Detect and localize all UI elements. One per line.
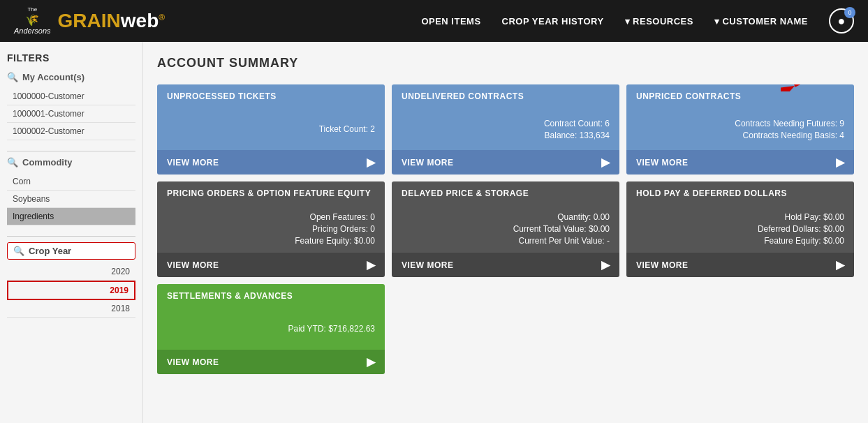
unpriced-contracts-card: UNPRICED CONTRACTS Contracts Needing Fut… bbox=[626, 84, 854, 175]
crop-year-label: Crop Year bbox=[29, 246, 71, 256]
sidebar-title: FILTERS bbox=[7, 52, 135, 64]
red-arrow-2019 bbox=[0, 281, 8, 302]
futures-count: Contracts Needing Futures: 9 bbox=[735, 119, 844, 128]
hold-pay-stat: Hold Pay: $0.00 bbox=[785, 212, 844, 222]
crop-year-input[interactable]: 🔍 Crop Year bbox=[7, 242, 135, 260]
play-icon-settlements: ▶ bbox=[367, 355, 376, 369]
play-icon-holdpay: ▶ bbox=[836, 258, 845, 272]
hold-pay-body: Hold Pay: $0.00 Deferred Dollars: $0.00 … bbox=[626, 205, 854, 253]
my-accounts-label: 🔍 My Account(s) bbox=[7, 72, 135, 82]
andersons-label: Andersons bbox=[14, 27, 51, 36]
user-icon[interactable]: ● 0 bbox=[829, 8, 854, 34]
account-1000001[interactable]: 1000001-Customer bbox=[7, 105, 135, 123]
pricing-orders-footer[interactable]: VIEW MORE ▶ bbox=[157, 253, 385, 277]
balance: Balance: 133,634 bbox=[545, 131, 610, 140]
customer-name-nav[interactable]: ▾ CUSTOMER NAME bbox=[714, 16, 808, 27]
commodity-corn[interactable]: Corn bbox=[7, 173, 135, 191]
open-items-nav[interactable]: OPEN ITEMS bbox=[421, 16, 480, 27]
andersons-logo: The 🌾 Andersons bbox=[14, 6, 51, 36]
red-arrow-crop-year bbox=[0, 242, 7, 270]
contract-count: Contract Count: 6 bbox=[544, 119, 610, 128]
hold-feature-equity: Feature Equity: $0.00 bbox=[764, 236, 844, 246]
sidebar: FILTERS 🔍 My Account(s) 1000000-Customer… bbox=[0, 42, 143, 423]
cards-grid: UNPROCESSED TICKETS Ticket Count: 2 VIEW… bbox=[157, 84, 854, 374]
deferred-dollars: Deferred Dollars: $0.00 bbox=[758, 224, 844, 234]
ticket-count: Ticket Count: 2 bbox=[319, 124, 375, 134]
view-more-unprocessed[interactable]: VIEW MORE bbox=[167, 158, 219, 168]
wheat-icon: 🌾 bbox=[25, 13, 39, 27]
resources-nav[interactable]: ▾ RESOURCES bbox=[625, 16, 693, 27]
commodity-ingredients[interactable]: Ingredients bbox=[7, 208, 135, 225]
registered-mark: ® bbox=[159, 13, 165, 22]
undelivered-contracts-body: Contract Count: 6 Balance: 133,634 bbox=[392, 108, 619, 150]
quantity: Quantity: 0.00 bbox=[557, 212, 610, 222]
view-more-delayed[interactable]: VIEW MORE bbox=[402, 260, 454, 270]
header: The 🌾 Andersons GRAINweb® OPEN ITEMS CRO… bbox=[0, 0, 868, 42]
play-icon-delayed: ▶ bbox=[601, 258, 610, 272]
crop-year-section: 🔍 Crop Year 2020 2019 bbox=[7, 242, 135, 318]
main-layout: FILTERS 🔍 My Account(s) 1000000-Customer… bbox=[0, 42, 868, 423]
basis-count: Contracts Needing Basis: 4 bbox=[743, 131, 844, 140]
grainweb-logo: GRAINweb® bbox=[58, 10, 165, 32]
unpriced-contracts-footer[interactable]: VIEW MORE ▶ bbox=[626, 150, 854, 175]
commodity-search-icon: 🔍 bbox=[7, 157, 18, 168]
settlements-footer[interactable]: VIEW MORE ▶ bbox=[157, 350, 385, 374]
search-icon: 🔍 bbox=[7, 72, 18, 82]
grain-text: GRAIN bbox=[58, 10, 121, 31]
page-title: ACCOUNT SUMMARY bbox=[157, 56, 854, 70]
settlements-body: Paid YTD: $716,822.63 bbox=[157, 308, 385, 350]
play-icon-undelivered: ▶ bbox=[601, 156, 610, 169]
crop-year-search-icon: 🔍 bbox=[13, 246, 24, 256]
header-nav: OPEN ITEMS CROP YEAR HISTORY ▾ RESOURCES… bbox=[421, 8, 854, 34]
pricing-orders-body: Open Features: 0 Pricing Orders: 0 Featu… bbox=[157, 205, 385, 253]
crop-year-2019[interactable]: 2019 bbox=[7, 281, 135, 300]
play-icon-pricing: ▶ bbox=[367, 258, 376, 272]
crop-year-history-nav[interactable]: CROP YEAR HISTORY bbox=[502, 16, 604, 27]
pricing-orders-header: PRICING ORDERS & OPTION FEATURE EQUITY bbox=[157, 181, 385, 205]
view-more-settlements[interactable]: VIEW MORE bbox=[167, 357, 219, 367]
hold-pay-footer[interactable]: VIEW MORE ▶ bbox=[626, 253, 854, 277]
undelivered-contracts-header: UNDELIVERED CONTRACTS bbox=[392, 84, 619, 108]
account-1000002[interactable]: 1000002-Customer bbox=[7, 123, 135, 140]
feature-equity: Feature Equity: $0.00 bbox=[295, 236, 375, 246]
view-more-holdpay[interactable]: VIEW MORE bbox=[636, 260, 689, 270]
user-badge: 0 bbox=[844, 7, 855, 18]
commodity-label: 🔍 Commodity bbox=[7, 157, 135, 168]
crop-year-2020[interactable]: 2020 bbox=[7, 263, 135, 281]
the-label: The bbox=[27, 6, 37, 13]
total-value: Current Total Value: $0.00 bbox=[513, 224, 610, 234]
unprocessed-tickets-card: UNPROCESSED TICKETS Ticket Count: 2 VIEW… bbox=[157, 84, 385, 175]
settlements-card: SETTLEMENTS & ADVANCES Paid YTD: $716,82… bbox=[157, 284, 385, 374]
logo-area: The 🌾 Andersons GRAINweb® bbox=[14, 6, 165, 36]
hold-pay-header: HOLD PAY & DEFERRED DOLLARS bbox=[626, 181, 854, 205]
per-unit-value: Current Per Unit Value: - bbox=[519, 236, 610, 246]
unprocessed-tickets-footer[interactable]: VIEW MORE ▶ bbox=[157, 150, 385, 175]
crop-year-2018[interactable]: 2018 bbox=[7, 300, 135, 318]
unpriced-contracts-body: Contracts Needing Futures: 9 Contracts N… bbox=[626, 108, 854, 150]
divider-1 bbox=[7, 151, 135, 151]
open-features: Open Features: 0 bbox=[310, 212, 375, 222]
unprocessed-tickets-header: UNPROCESSED TICKETS bbox=[157, 84, 385, 108]
settlements-header: SETTLEMENTS & ADVANCES bbox=[157, 284, 385, 308]
undelivered-contracts-card: UNDELIVERED CONTRACTS Contract Count: 6 … bbox=[392, 84, 619, 175]
pricing-orders-count: Pricing Orders: 0 bbox=[312, 224, 375, 234]
delayed-price-header: DELAYED PRICE & STORAGE bbox=[392, 181, 619, 205]
delayed-price-body: Quantity: 0.00 Current Total Value: $0.0… bbox=[392, 205, 619, 253]
account-1000000[interactable]: 1000000-Customer bbox=[7, 88, 135, 105]
play-icon-unpriced: ▶ bbox=[836, 156, 845, 169]
web-text: web bbox=[121, 10, 159, 31]
paid-ytd: Paid YTD: $716,822.63 bbox=[288, 324, 375, 334]
accounts-section: 🔍 My Account(s) 1000000-Customer 1000001… bbox=[7, 72, 135, 140]
view-more-undelivered[interactable]: VIEW MORE bbox=[402, 158, 454, 168]
delayed-price-card: DELAYED PRICE & STORAGE Quantity: 0.00 C… bbox=[392, 181, 619, 277]
divider-2 bbox=[7, 236, 135, 237]
hold-pay-card: HOLD PAY & DEFERRED DOLLARS Hold Pay: $0… bbox=[626, 181, 854, 277]
pricing-orders-card: PRICING ORDERS & OPTION FEATURE EQUITY O… bbox=[157, 181, 385, 277]
commodity-soybeans[interactable]: Soybeans bbox=[7, 191, 135, 208]
view-more-unpriced[interactable]: VIEW MORE bbox=[636, 158, 689, 168]
delayed-price-footer[interactable]: VIEW MORE ▶ bbox=[392, 253, 619, 277]
play-icon-unprocessed: ▶ bbox=[367, 156, 376, 169]
undelivered-contracts-footer[interactable]: VIEW MORE ▶ bbox=[392, 150, 619, 175]
unpriced-contracts-header: UNPRICED CONTRACTS bbox=[626, 84, 854, 108]
view-more-pricing[interactable]: VIEW MORE bbox=[167, 260, 219, 270]
